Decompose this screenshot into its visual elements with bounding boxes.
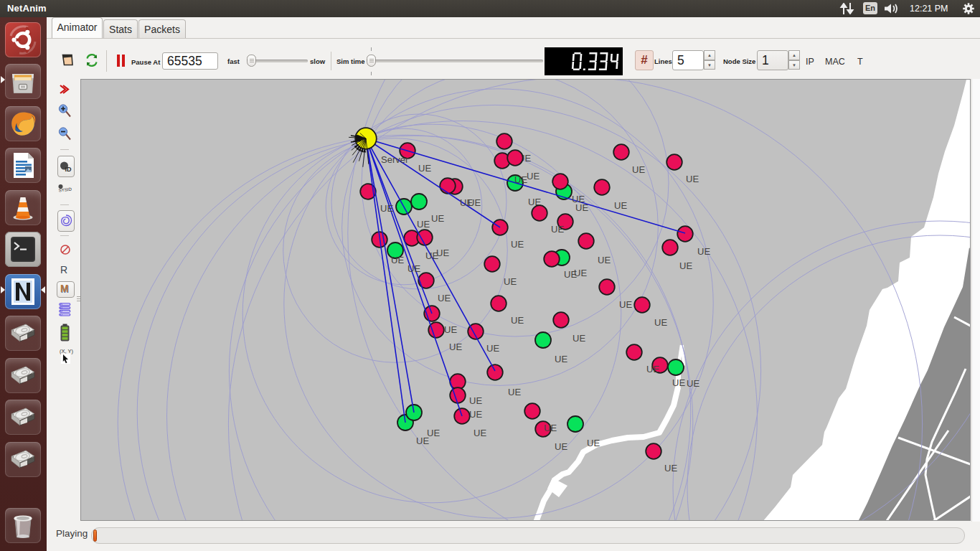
svg-text:UE: UE [687, 378, 699, 389]
svg-text:UE: UE [511, 315, 524, 326]
svg-text:UE: UE [514, 174, 527, 185]
svg-text:UE: UE [679, 260, 692, 271]
svg-text:UE: UE [528, 197, 541, 207]
svg-text:UE: UE [407, 263, 420, 274]
svg-text:UE: UE [551, 224, 564, 235]
svg-text:UE: UE [654, 317, 667, 328]
svg-text:UE: UE [449, 342, 462, 352]
svg-text:UE: UE [469, 409, 482, 420]
svg-text:UE: UE [697, 246, 710, 257]
svg-text:UE: UE [646, 364, 659, 375]
svg-text:UE: UE [417, 219, 430, 230]
svg-text:UE: UE [555, 354, 567, 364]
svg-text:UE: UE [555, 441, 567, 452]
svg-text:UE: UE [619, 299, 632, 310]
svg-text:UE: UE [614, 200, 627, 211]
svg-text:UE: UE [436, 248, 449, 258]
svg-text:UE: UE [527, 171, 540, 182]
svg-text:UE: UE [504, 276, 517, 287]
svg-text:UE: UE [573, 333, 585, 344]
svg-text:UE: UE [473, 428, 486, 438]
svg-text:UE: UE [574, 268, 587, 278]
svg-text:SYSID: SYSID [59, 187, 72, 193]
svg-text:UE: UE [508, 387, 521, 397]
svg-text:ID: ID [65, 166, 72, 173]
svg-text:UE: UE [380, 203, 393, 214]
svg-text:UE: UE [587, 438, 600, 448]
svg-text:UE: UE [391, 255, 404, 265]
svg-text:UE: UE [686, 174, 699, 184]
svg-text:UE: UE [511, 239, 524, 250]
svg-text:Server: Server [381, 154, 409, 165]
svg-text:UE: UE [598, 255, 611, 265]
svg-text:UE: UE [438, 293, 451, 303]
svg-text:UE: UE [672, 377, 685, 388]
svg-text:UE: UE [468, 197, 481, 208]
svg-text:UE: UE [431, 213, 444, 224]
svg-text:UE: UE [444, 324, 457, 335]
svg-text:UE: UE [575, 202, 588, 213]
svg-text:UE: UE [664, 463, 677, 474]
svg-text:UE: UE [469, 395, 482, 406]
svg-text:UE: UE [418, 163, 431, 174]
svg-text:UE: UE [416, 435, 429, 446]
svg-text:UE: UE [544, 423, 557, 433]
svg-text:UE: UE [632, 164, 645, 175]
svg-text:UE: UE [486, 343, 499, 354]
